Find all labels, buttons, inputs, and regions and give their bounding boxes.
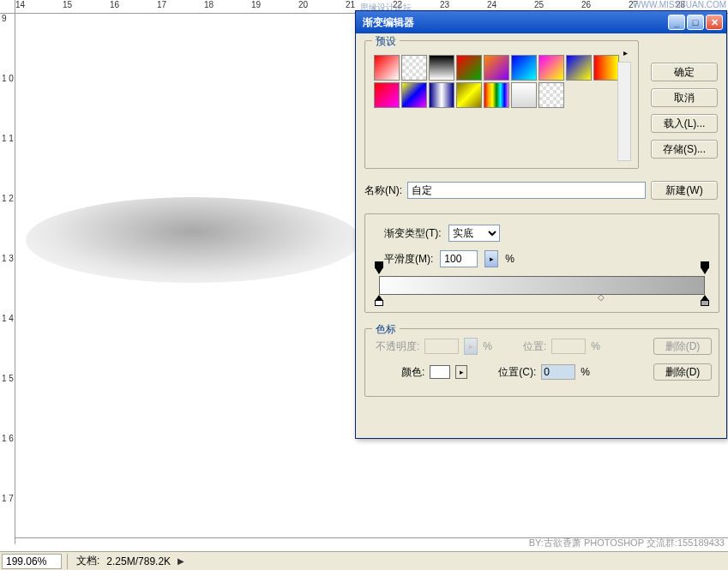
ruler-h-tick: 25: [534, 0, 544, 9]
save-button[interactable]: 存储(S)...: [651, 140, 718, 159]
opacity-label: 不透明度:: [376, 339, 419, 354]
color-pos-input[interactable]: [541, 364, 575, 380]
smooth-label: 平滑度(M):: [384, 252, 433, 267]
color-stop-left[interactable]: [375, 295, 383, 305]
smooth-row: 平滑度(M): ▸ %: [374, 250, 710, 267]
ruler-h-tick: 21: [346, 0, 355, 9]
gtype-label: 渐变类型(T):: [384, 226, 442, 241]
ruler-h-tick: 14: [15, 0, 25, 9]
preset-swatch[interactable]: [511, 82, 537, 108]
color-swatch[interactable]: [430, 365, 450, 379]
side-buttons: 确定 取消 载入(L)... 存储(S)...: [651, 63, 718, 159]
cancel-button[interactable]: 取消: [651, 88, 718, 107]
opacity-stop-left[interactable]: [375, 267, 383, 276]
preset-swatch[interactable]: [456, 55, 482, 81]
ruler-h-tick: 18: [204, 0, 214, 9]
gradient-editor-dialog: 渐变编辑器 _ □ ✕ 预设 ▸ 确定 取消 载入(L)... 存储(S)...…: [355, 10, 727, 439]
preset-swatch[interactable]: [538, 82, 564, 108]
new-button[interactable]: 新建(W): [651, 181, 718, 200]
dialog-body: 预设 ▸ 确定 取消 载入(L)... 存储(S)... 名称(N): 新建(W…: [356, 33, 726, 438]
gtype-row: 渐变类型(T): 实底: [374, 225, 710, 242]
gradient-bar[interactable]: [379, 276, 705, 295]
preset-swatch[interactable]: [429, 82, 454, 108]
smooth-step-icon[interactable]: ▸: [484, 250, 498, 267]
ruler-v-tick: 1 0: [2, 74, 14, 83]
ruler-v-tick: 1 6: [2, 434, 14, 443]
preset-swatch[interactable]: [484, 82, 509, 108]
ruler-v-tick: 1 2: [2, 194, 14, 203]
canvas-ellipse: [26, 197, 360, 283]
ruler-h-tick: 26: [581, 0, 591, 9]
preset-swatch[interactable]: [484, 55, 509, 81]
preset-swatch[interactable]: [401, 55, 427, 81]
color-arrow-icon[interactable]: ▸: [455, 365, 467, 379]
opacity-step-icon: ▸: [464, 338, 478, 355]
preset-swatch[interactable]: [401, 82, 427, 108]
minimize-button[interactable]: _: [668, 15, 685, 30]
color-row: 颜色: ▸ 位置(C): % 删除(D): [372, 363, 712, 381]
name-input[interactable]: [407, 182, 646, 199]
ruler-h-tick: 16: [110, 0, 119, 9]
ruler-corner: [0, 0, 15, 14]
stops-group: 色标 不透明度: ▸ % 位置: % 删除(D) 颜色: ▸ 位置(C): % …: [364, 328, 719, 397]
preset-swatch[interactable]: [374, 82, 400, 108]
opacity-unit: %: [483, 340, 492, 352]
ruler-h-tick: 24: [487, 0, 496, 9]
ruler-v-tick: 1 3: [2, 254, 14, 263]
preset-swatch[interactable]: [429, 55, 454, 81]
dialog-titlebar[interactable]: 渐变编辑器 _ □ ✕: [356, 11, 726, 33]
zoom-input[interactable]: [2, 554, 62, 569]
color-pos-label: 位置(C):: [498, 365, 536, 380]
preset-swatch[interactable]: [566, 55, 592, 81]
dialog-title: 渐变编辑器: [359, 15, 666, 30]
presets-group: 预设 ▸: [364, 40, 639, 169]
opacity-pos-input: [551, 339, 586, 354]
opacity-delete-button: 删除(D): [653, 338, 712, 355]
preset-swatch[interactable]: [374, 55, 400, 81]
smooth-unit: %: [505, 253, 514, 265]
preset-grid: [372, 50, 631, 110]
doc-label: 文档:: [73, 554, 103, 568]
gtype-select[interactable]: 实底: [448, 225, 500, 242]
opacity-stop-right[interactable]: [701, 267, 709, 276]
ruler-vertical: 91 01 11 21 31 41 51 61 7: [0, 14, 15, 544]
status-arrow-icon[interactable]: ▶: [177, 556, 184, 566]
status-divider: [67, 554, 68, 569]
opacity-row: 不透明度: ▸ % 位置: % 删除(D): [372, 338, 712, 355]
status-bar: 文档: 2.25M/789.2K ▶: [0, 551, 728, 570]
color-delete-button[interactable]: 删除(D): [653, 363, 712, 381]
close-button[interactable]: ✕: [706, 15, 723, 30]
preset-swatch[interactable]: [511, 55, 537, 81]
opacity-pos-label: 位置:: [523, 339, 546, 354]
ruler-h-tick: 19: [251, 0, 261, 9]
load-button[interactable]: 载入(L)...: [651, 114, 718, 133]
presets-legend: 预设: [372, 34, 400, 49]
ruler-h-tick: 23: [440, 0, 449, 9]
smooth-input[interactable]: [440, 250, 478, 267]
color-label: 颜色:: [401, 365, 424, 380]
gradient-type-group: 渐变类型(T): 实底 平滑度(M): ▸ % ◇: [364, 213, 719, 313]
ruler-v-tick: 9: [2, 14, 7, 23]
preset-swatch[interactable]: [538, 55, 564, 81]
preset-swatch[interactable]: [593, 55, 619, 81]
maximize-button[interactable]: □: [687, 15, 704, 30]
ruler-h-tick: 17: [157, 0, 166, 9]
opacity-pos-unit: %: [591, 340, 600, 352]
name-label: 名称(N):: [364, 183, 402, 198]
ruler-v-tick: 1 5: [2, 374, 14, 383]
color-stop-right[interactable]: [701, 295, 709, 305]
ruler-v-tick: 1 4: [2, 314, 14, 323]
footer-credit: BY:古欲香萧 PHOTOSHOP 交流群:155189433: [529, 537, 725, 549]
ok-button[interactable]: 确定: [651, 63, 718, 81]
presets-scrollbar[interactable]: [617, 62, 631, 161]
preset-menu-icon[interactable]: ▸: [623, 48, 628, 57]
ruler-v-tick: 1 7: [2, 494, 14, 503]
preset-swatch[interactable]: [456, 82, 482, 108]
stops-legend: 色标: [372, 322, 400, 337]
gradient-bar-area: ◇: [379, 276, 705, 295]
doc-value: 2.25M/789.2K: [103, 555, 174, 567]
midpoint-icon[interactable]: ◇: [598, 292, 605, 302]
watermark-right: WWW.MISSYUAN.COM: [633, 0, 726, 9]
ruler-h-tick: 15: [63, 0, 72, 9]
name-row: 名称(N): 新建(W): [364, 181, 718, 200]
